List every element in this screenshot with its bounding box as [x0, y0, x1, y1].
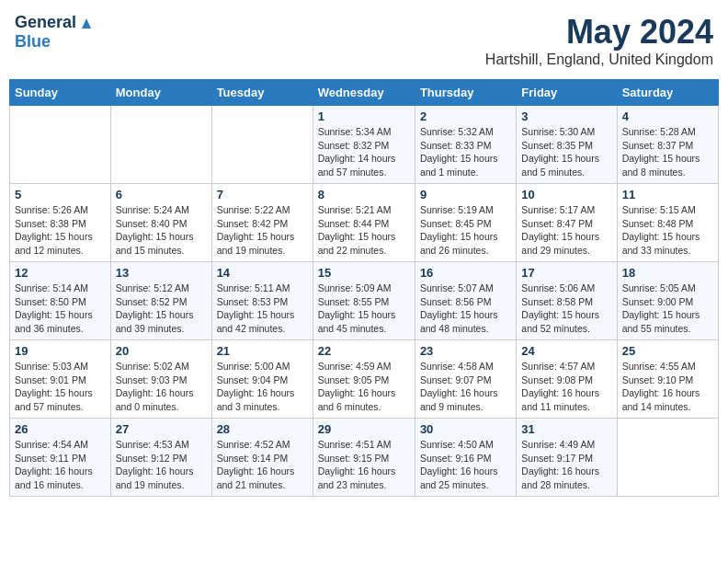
logo-general-text: General	[15, 13, 76, 32]
day-number: 28	[217, 422, 308, 436]
day-info: Sunrise: 5:24 AM Sunset: 8:40 PM Dayligh…	[116, 203, 207, 258]
day-info: Sunrise: 5:02 AM Sunset: 9:03 PM Dayligh…	[116, 360, 207, 414]
day-number: 16	[420, 266, 511, 280]
calendar-week-row: 1Sunrise: 5:34 AM Sunset: 8:32 PM Daylig…	[10, 106, 719, 184]
page-header: General Blue May 2024 Hartshill, England…	[9, 9, 719, 72]
col-header-friday: Friday	[517, 80, 617, 106]
day-number: 25	[622, 344, 713, 358]
day-info: Sunrise: 5:14 AM Sunset: 8:50 PM Dayligh…	[15, 282, 106, 336]
day-number: 20	[116, 344, 207, 358]
day-number: 15	[318, 266, 410, 280]
calendar-cell: 16Sunrise: 5:07 AM Sunset: 8:56 PM Dayli…	[415, 262, 516, 340]
calendar-cell	[110, 106, 211, 184]
day-info: Sunrise: 5:05 AM Sunset: 9:00 PM Dayligh…	[622, 282, 713, 336]
calendar-cell: 24Sunrise: 4:57 AM Sunset: 9:08 PM Dayli…	[517, 340, 617, 419]
day-number: 9	[420, 188, 511, 201]
day-info: Sunrise: 4:49 AM Sunset: 9:17 PM Dayligh…	[521, 438, 611, 492]
calendar-cell: 30Sunrise: 4:50 AM Sunset: 9:16 PM Dayli…	[415, 419, 516, 497]
day-number: 19	[15, 344, 106, 358]
calendar-cell: 19Sunrise: 5:03 AM Sunset: 9:01 PM Dayli…	[10, 340, 111, 419]
col-header-saturday: Saturday	[617, 80, 718, 106]
day-info: Sunrise: 5:17 AM Sunset: 8:47 PM Dayligh…	[521, 203, 611, 258]
day-info: Sunrise: 5:12 AM Sunset: 8:52 PM Dayligh…	[116, 282, 207, 336]
day-number: 23	[420, 344, 511, 358]
day-info: Sunrise: 5:03 AM Sunset: 9:01 PM Dayligh…	[15, 360, 106, 414]
calendar-cell: 8Sunrise: 5:21 AM Sunset: 8:44 PM Daylig…	[313, 184, 415, 262]
day-info: Sunrise: 5:07 AM Sunset: 8:56 PM Dayligh…	[420, 282, 511, 336]
day-info: Sunrise: 4:57 AM Sunset: 9:08 PM Dayligh…	[521, 360, 611, 414]
day-info: Sunrise: 5:09 AM Sunset: 8:55 PM Dayligh…	[318, 282, 410, 336]
day-info: Sunrise: 4:59 AM Sunset: 9:05 PM Dayligh…	[318, 360, 410, 414]
col-header-wednesday: Wednesday	[313, 80, 415, 106]
calendar-cell: 21Sunrise: 5:00 AM Sunset: 9:04 PM Dayli…	[211, 340, 313, 419]
calendar-cell: 14Sunrise: 5:11 AM Sunset: 8:53 PM Dayli…	[211, 262, 313, 340]
day-info: Sunrise: 5:21 AM Sunset: 8:44 PM Dayligh…	[318, 203, 410, 258]
col-header-sunday: Sunday	[10, 80, 111, 106]
calendar-week-row: 26Sunrise: 4:54 AM Sunset: 9:11 PM Dayli…	[10, 419, 719, 497]
day-info: Sunrise: 4:54 AM Sunset: 9:11 PM Dayligh…	[15, 438, 106, 492]
calendar-cell	[10, 106, 111, 184]
day-info: Sunrise: 5:30 AM Sunset: 8:35 PM Dayligh…	[521, 125, 611, 179]
day-info: Sunrise: 5:32 AM Sunset: 8:33 PM Dayligh…	[420, 125, 511, 179]
day-info: Sunrise: 5:34 AM Sunset: 8:32 PM Dayligh…	[318, 125, 410, 179]
location-text: Hartshill, England, United Kingdom	[485, 52, 713, 68]
calendar-cell: 1Sunrise: 5:34 AM Sunset: 8:32 PM Daylig…	[313, 106, 415, 184]
day-info: Sunrise: 4:55 AM Sunset: 9:10 PM Dayligh…	[622, 360, 713, 414]
day-number: 29	[318, 422, 410, 436]
calendar-cell	[211, 106, 313, 184]
col-header-tuesday: Tuesday	[211, 80, 313, 106]
day-number: 27	[116, 422, 207, 436]
logo-blue-text: Blue	[15, 32, 51, 52]
calendar-cell: 12Sunrise: 5:14 AM Sunset: 8:50 PM Dayli…	[10, 262, 111, 340]
day-number: 2	[420, 109, 511, 123]
day-number: 18	[622, 266, 713, 280]
day-number: 5	[15, 188, 106, 201]
day-number: 7	[217, 188, 308, 201]
day-number: 17	[521, 266, 611, 280]
day-info: Sunrise: 4:58 AM Sunset: 9:07 PM Dayligh…	[420, 360, 511, 414]
month-title: May 2024	[485, 13, 713, 52]
calendar-cell: 31Sunrise: 4:49 AM Sunset: 9:17 PM Dayli…	[517, 419, 617, 497]
calendar-cell: 20Sunrise: 5:02 AM Sunset: 9:03 PM Dayli…	[110, 340, 211, 419]
day-number: 24	[521, 344, 611, 358]
calendar-cell: 4Sunrise: 5:28 AM Sunset: 8:37 PM Daylig…	[617, 106, 718, 184]
calendar-cell: 9Sunrise: 5:19 AM Sunset: 8:45 PM Daylig…	[415, 184, 516, 262]
logo: General Blue	[15, 13, 95, 52]
calendar-cell	[617, 419, 718, 497]
logo-triangle-icon	[78, 14, 95, 30]
day-number: 13	[116, 266, 207, 280]
calendar-cell: 28Sunrise: 4:52 AM Sunset: 9:14 PM Dayli…	[211, 419, 313, 497]
calendar-cell: 13Sunrise: 5:12 AM Sunset: 8:52 PM Dayli…	[110, 262, 211, 340]
day-number: 22	[318, 344, 410, 358]
calendar-cell: 10Sunrise: 5:17 AM Sunset: 8:47 PM Dayli…	[517, 184, 617, 262]
calendar-week-row: 19Sunrise: 5:03 AM Sunset: 9:01 PM Dayli…	[10, 340, 719, 419]
day-number: 26	[15, 422, 106, 436]
col-header-thursday: Thursday	[415, 80, 516, 106]
calendar-cell: 27Sunrise: 4:53 AM Sunset: 9:12 PM Dayli…	[110, 419, 211, 497]
calendar-cell: 5Sunrise: 5:26 AM Sunset: 8:38 PM Daylig…	[10, 184, 111, 262]
calendar-cell: 2Sunrise: 5:32 AM Sunset: 8:33 PM Daylig…	[415, 106, 516, 184]
col-header-monday: Monday	[110, 80, 211, 106]
day-info: Sunrise: 4:52 AM Sunset: 9:14 PM Dayligh…	[217, 438, 308, 492]
day-number: 31	[521, 422, 611, 436]
calendar-week-row: 12Sunrise: 5:14 AM Sunset: 8:50 PM Dayli…	[10, 262, 719, 340]
day-info: Sunrise: 5:22 AM Sunset: 8:42 PM Dayligh…	[217, 203, 308, 258]
day-info: Sunrise: 5:26 AM Sunset: 8:38 PM Dayligh…	[15, 203, 106, 258]
calendar-cell: 6Sunrise: 5:24 AM Sunset: 8:40 PM Daylig…	[110, 184, 211, 262]
calendar-table: SundayMondayTuesdayWednesdayThursdayFrid…	[9, 79, 719, 497]
day-number: 8	[318, 188, 410, 201]
day-info: Sunrise: 4:51 AM Sunset: 9:15 PM Dayligh…	[318, 438, 410, 492]
day-number: 1	[318, 109, 410, 123]
calendar-cell: 22Sunrise: 4:59 AM Sunset: 9:05 PM Dayli…	[313, 340, 415, 419]
title-block: May 2024 Hartshill, England, United King…	[485, 13, 713, 68]
calendar-cell: 29Sunrise: 4:51 AM Sunset: 9:15 PM Dayli…	[313, 419, 415, 497]
day-info: Sunrise: 5:15 AM Sunset: 8:48 PM Dayligh…	[622, 203, 713, 258]
calendar-cell: 17Sunrise: 5:06 AM Sunset: 8:58 PM Dayli…	[517, 262, 617, 340]
calendar-week-row: 5Sunrise: 5:26 AM Sunset: 8:38 PM Daylig…	[10, 184, 719, 262]
day-number: 4	[622, 109, 713, 123]
day-info: Sunrise: 5:28 AM Sunset: 8:37 PM Dayligh…	[622, 125, 713, 179]
day-number: 21	[217, 344, 308, 358]
calendar-cell: 3Sunrise: 5:30 AM Sunset: 8:35 PM Daylig…	[517, 106, 617, 184]
day-number: 6	[116, 188, 207, 201]
calendar-cell: 26Sunrise: 4:54 AM Sunset: 9:11 PM Dayli…	[10, 419, 111, 497]
